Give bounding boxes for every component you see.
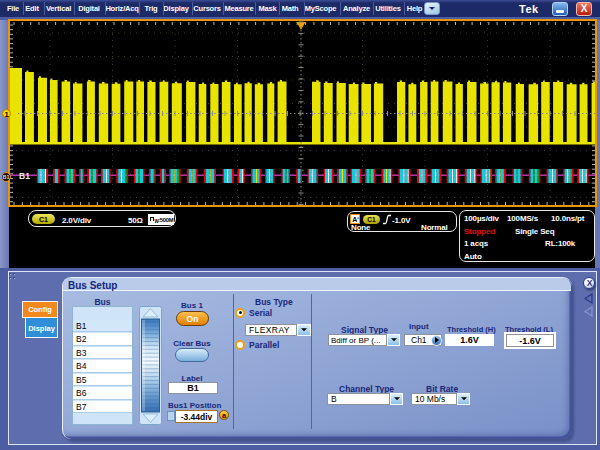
svg-text:B1: B1: [19, 171, 30, 181]
